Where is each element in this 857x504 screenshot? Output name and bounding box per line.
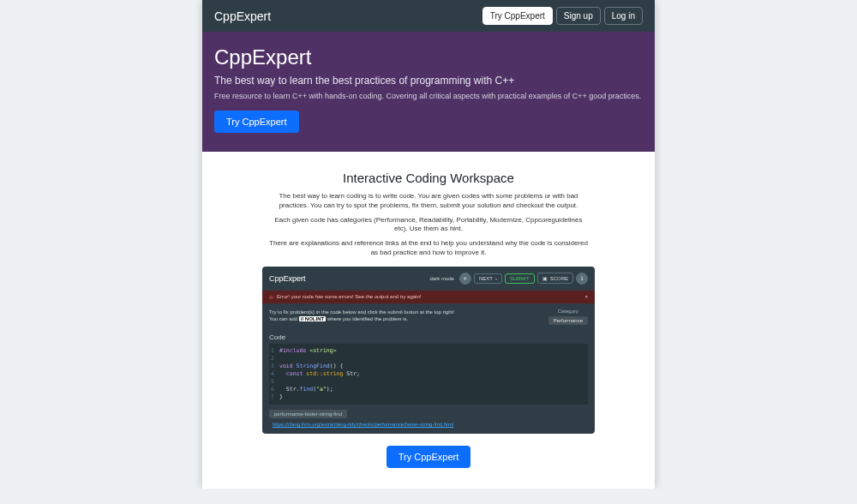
workspace-section: Interactive Coding Workspace The best wa… <box>202 152 655 489</box>
workspace-para-2: Each given code has categories (Performa… <box>269 216 588 235</box>
code-text: Str.find("a"); <box>279 386 333 393</box>
line-number: 3 <box>269 363 279 370</box>
line-number: 2 <box>269 355 279 363</box>
code-line[interactable]: 4 const std::string Str; <box>269 370 588 378</box>
category-box: Category Performance <box>548 309 588 325</box>
info-button[interactable]: ℹ <box>576 273 588 285</box>
app-brand[interactable]: CppExpert <box>269 274 430 283</box>
workspace-para-1: The best way to learn coding is to write… <box>269 192 588 211</box>
app-toolbar: CppExpert dark mode ☀ NEXT › SUBMIT ▣ SC… <box>262 267 595 291</box>
hint-text: Try to fix problem(s) in the code below … <box>269 309 542 325</box>
darkmode-toggle[interactable]: ☀ <box>459 273 471 285</box>
workspace-heading: Interactive Coding Workspace <box>262 171 595 185</box>
line-number: 1 <box>269 347 279 355</box>
hint-nolint: // NOLINT <box>299 316 326 321</box>
chevron-right-icon: › <box>495 276 497 281</box>
bottom-cta-wrap: Try CppExpert <box>262 434 595 471</box>
next-button[interactable]: NEXT › <box>474 273 502 284</box>
reference-link[interactable]: https://clang.llvm.org/extra/clang-tidy/… <box>273 422 588 427</box>
code-line[interactable]: 3void StringFind() { <box>269 363 588 370</box>
code-heading: Code <box>262 330 595 344</box>
category-label: Category <box>558 309 578 314</box>
code-line[interactable]: 6 Str.find("a"); <box>269 386 588 393</box>
submit-button[interactable]: SUBMIT <box>505 273 535 284</box>
rule-tag-chip[interactable]: performance-faster-string-find <box>269 410 347 418</box>
darkmode-label: dark mode <box>430 276 454 281</box>
hint-line-1: Try to fix problem(s) in the code below … <box>269 309 454 315</box>
info-icon: ℹ <box>581 275 583 281</box>
code-text: void StringFind() { <box>279 363 343 370</box>
close-icon[interactable]: × <box>584 294 588 299</box>
hero-description: Free resource to learn C++ with hands-on… <box>214 92 643 100</box>
line-number: 4 <box>269 370 279 378</box>
bottom-cta-button[interactable]: Try CppExpert <box>387 446 471 468</box>
workspace-card: Interactive Coding Workspace The best wa… <box>262 160 595 471</box>
error-alert: ⊘ Error! your code has some errors! See … <box>262 291 595 303</box>
code-text: const std::string Str; <box>279 370 360 378</box>
navbar: CppExpert Try CppExpert Sign up Log in <box>202 0 655 32</box>
sun-icon: ☀ <box>463 275 467 281</box>
code-editor[interactable]: 1#include <string>23void StringFind() {4… <box>269 344 588 405</box>
hero-title: CppExpert <box>214 45 643 69</box>
brand-logo[interactable]: CppExpert <box>214 9 479 23</box>
hint-row: Try to fix problem(s) in the code below … <box>262 303 595 330</box>
hint-line-2b: where you identified the problem is. <box>327 316 408 321</box>
nav-login-button[interactable]: Log in <box>604 7 643 25</box>
nav-signup-button[interactable]: Sign up <box>556 7 601 25</box>
hero-section: CppExpert The best way to learn the best… <box>202 32 655 152</box>
coding-app: CppExpert dark mode ☀ NEXT › SUBMIT ▣ SC… <box>262 267 595 435</box>
line-number: 5 <box>269 378 279 386</box>
next-label: NEXT <box>479 276 493 281</box>
nav-try-button[interactable]: Try CppExpert <box>482 7 553 25</box>
trophy-icon: ▣ <box>542 275 548 281</box>
workspace-para-3: There are explanations and reference lin… <box>269 239 588 258</box>
page-container: CppExpert Try CppExpert Sign up Log in C… <box>202 0 655 489</box>
code-line[interactable]: 1#include <string> <box>269 347 588 355</box>
line-number: 7 <box>269 393 279 401</box>
hint-line-2a: You can add <box>269 316 297 321</box>
hero-subtitle: The best way to learn the best practices… <box>214 75 643 87</box>
score-button[interactable]: ▣ SCORE <box>537 273 573 284</box>
code-text: } <box>279 393 283 401</box>
line-number: 6 <box>269 386 279 393</box>
code-line[interactable]: 2 <box>269 355 588 363</box>
code-text: #include <string> <box>279 347 337 355</box>
error-icon: ⊘ <box>269 294 273 300</box>
hero-cta-button[interactable]: Try CppExpert <box>214 111 299 133</box>
score-label: SCORE <box>550 276 568 281</box>
code-line[interactable]: 7} <box>269 393 588 401</box>
error-text: Error! your code has some errors! See th… <box>277 294 421 299</box>
category-chip[interactable]: Performance <box>548 316 588 325</box>
code-line[interactable]: 5 <box>269 378 588 386</box>
